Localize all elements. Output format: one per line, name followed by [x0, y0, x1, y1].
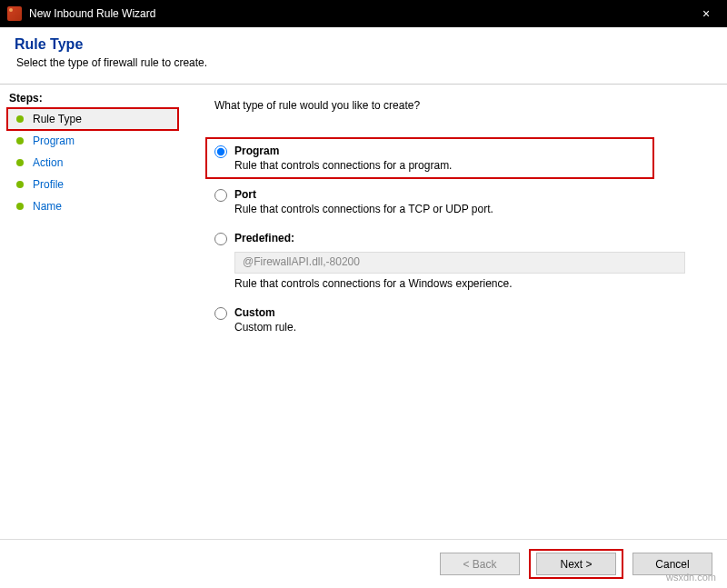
firewall-icon	[7, 6, 22, 21]
option-title: Port	[234, 188, 705, 201]
close-button[interactable]: ×	[685, 0, 727, 27]
step-dot-icon	[16, 115, 24, 123]
step-program[interactable]: Program	[7, 130, 178, 152]
option-desc: Custom rule.	[234, 321, 705, 334]
option-program: Program Rule that controls connections f…	[214, 145, 705, 172]
titlebar: New Inbound Rule Wizard ×	[0, 0, 727, 27]
radio-predefined[interactable]	[214, 233, 227, 245]
steps-sidebar: Steps: Rule Type Program Action Profile …	[0, 85, 178, 537]
page-title: Rule Type	[15, 36, 712, 53]
option-title: Predefined:	[234, 232, 705, 244]
steps-heading: Steps:	[9, 92, 178, 105]
back-button[interactable]: < Back	[440, 553, 520, 575]
radio-custom[interactable]	[214, 307, 227, 320]
wizard-header: Rule Type Select the type of firewall ru…	[0, 27, 727, 76]
option-desc: Rule that controls connections for a pro…	[234, 159, 705, 172]
page-subtitle: Select the type of firewall rule to crea…	[16, 56, 712, 69]
step-label: Rule Type	[33, 113, 82, 125]
rule-type-options: Program Rule that controls connections f…	[214, 145, 705, 334]
option-custom: Custom Custom rule.	[214, 306, 705, 334]
option-predefined: Predefined: @FirewallAPI.dll,-80200 Rule…	[214, 232, 705, 290]
step-label: Program	[33, 135, 75, 147]
step-label: Profile	[33, 178, 64, 191]
step-rule-type[interactable]: Rule Type	[7, 108, 178, 130]
next-highlight: Next >	[529, 549, 623, 579]
option-title: Custom	[234, 306, 705, 319]
next-button[interactable]: Next >	[536, 553, 616, 575]
step-action[interactable]: Action	[7, 152, 178, 174]
step-dot-icon	[16, 159, 24, 166]
watermark: wsxdn.com	[666, 572, 716, 583]
option-desc: Rule that controls connections for a Win…	[234, 277, 705, 290]
option-port: Port Rule that controls connections for …	[214, 188, 705, 215]
option-title: Program	[234, 145, 705, 157]
radio-port[interactable]	[214, 189, 227, 202]
predefined-select[interactable]: @FirewallAPI.dll,-80200	[234, 252, 685, 274]
step-dot-icon	[16, 137, 24, 145]
step-dot-icon	[16, 181, 24, 188]
step-name[interactable]: Name	[7, 195, 178, 217]
main-panel: What type of rule would you like to crea…	[178, 85, 727, 537]
window-title: New Inbound Rule Wizard	[29, 7, 685, 20]
radio-program[interactable]	[214, 145, 227, 158]
rule-type-prompt: What type of rule would you like to crea…	[214, 99, 705, 112]
steps-list: Rule Type Program Action Profile Name	[7, 108, 178, 217]
step-label: Name	[33, 200, 62, 213]
option-desc: Rule that controls connections for a TCP…	[234, 203, 705, 215]
wizard-footer: < Back Next > Cancel	[0, 539, 727, 588]
step-label: Action	[33, 156, 63, 169]
step-profile[interactable]: Profile	[7, 174, 178, 195]
step-dot-icon	[16, 203, 24, 210]
